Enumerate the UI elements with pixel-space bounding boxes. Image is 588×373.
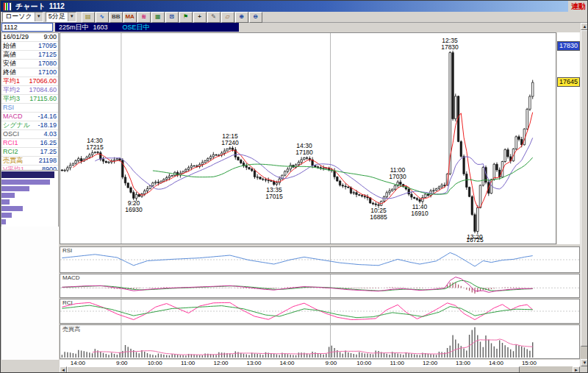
rci-panel[interactable]: RCI — [60, 299, 580, 324]
scroll-right-icon[interactable]: ► — [573, 366, 580, 373]
quote-label: RCI1 — [3, 139, 18, 147]
quote-label: MACD — [3, 113, 23, 121]
chart-type-select[interactable]: ローソク ▼ — [2, 12, 43, 22]
quote-label: シグナル — [3, 121, 30, 129]
quote-value: 17100 — [38, 68, 57, 77]
quote-value: 9:00 — [43, 33, 57, 41]
quote-label: 平均3 — [3, 95, 20, 103]
time-tick-label: 10:00 — [148, 360, 162, 366]
moving-average-icon[interactable]: MA — [123, 12, 137, 23]
bollinger-bands-icon[interactable]: BB — [110, 12, 123, 23]
volume-panel-label: 売買高 — [62, 325, 80, 333]
interval-label: 5分足 — [46, 13, 68, 21]
svg-text:16885: 16885 — [370, 213, 387, 221]
time-tick-label: 13:00 — [456, 360, 470, 366]
quote-label: 始値 — [3, 42, 16, 50]
quote-label: 16/01/29 — [3, 33, 29, 41]
indicator-lines-icon[interactable]: ≋ — [137, 12, 151, 23]
quote-row: 平均117066.00 — [1, 77, 58, 86]
quote-value: 16.25 — [40, 139, 57, 147]
time-axis: 14:009:0010:0011:0012:0013:0014:009:0010… — [60, 360, 580, 366]
high-price-badge: 17830 — [557, 41, 580, 51]
time-tick-label: 15:00 — [522, 360, 537, 366]
select-area-icon[interactable]: ⊡ — [165, 12, 179, 23]
interval-select[interactable]: 5分足 ▼ — [46, 12, 76, 22]
main-chart[interactable]: 14:30172159:201693012:151724013:35170151… — [60, 32, 556, 244]
contract-month: 1603 — [93, 23, 108, 32]
quote-value: 17095 — [38, 42, 57, 50]
rsi-svg — [60, 247, 579, 272]
time-tick-label: 13:00 — [246, 360, 261, 366]
time-tick-label: 14:00 — [71, 360, 85, 366]
quote-row: 売買高21198 — [1, 157, 58, 166]
volume-profile-bar — [1, 180, 50, 185]
quote-row: MACD-14.16 — [1, 113, 58, 121]
quote-label: 終値 — [3, 68, 16, 77]
volume-panel[interactable]: 売買高 — [60, 324, 580, 359]
horizontal-scrollbar[interactable]: ◄ ► — [60, 366, 580, 373]
quote-label: 平均2 — [3, 86, 20, 94]
rsi-panel[interactable]: RSI — [60, 246, 580, 273]
macd-panel[interactable]: MACD — [60, 274, 580, 298]
quote-row: V平均18900 — [1, 166, 58, 171]
svg-text:17030: 17030 — [389, 173, 406, 180]
svg-text:16930: 16930 — [125, 206, 143, 213]
quote-row: 終値17100 — [1, 68, 58, 77]
quote-row: シグナル-18.19 — [1, 121, 58, 130]
instrument-info-bar: 225m日中 1603 OSE日中 — [55, 23, 239, 32]
rsi-panel-label: RSI — [62, 247, 72, 254]
quote-value: -18.19 — [37, 121, 57, 129]
vertical-scrollbar[interactable]: ▲ ▼ — [581, 23, 588, 366]
grid-icon[interactable]: ▦ — [151, 12, 165, 23]
quote-value: 8900 — [42, 166, 57, 171]
svg-text:17240: 17240 — [221, 139, 239, 146]
svg-text:17180: 17180 — [295, 149, 313, 156]
zoom-out-icon[interactable]: ⊖ — [249, 12, 262, 23]
code-input[interactable] — [1, 23, 53, 32]
window-number: 1112 — [49, 2, 65, 10]
toolbar: ローソク ▼ 5分足 ▼ ▤∿BBMA≋▦⊡⚑+✎▱⊕⊖ — [1, 12, 588, 23]
crosshair-icon[interactable]: + — [193, 12, 207, 23]
quote-label: 安値 — [3, 60, 16, 68]
flag-icon[interactable]: ⚑ — [179, 12, 193, 23]
volume-profile-bar — [1, 219, 6, 224]
volume-profile-bar — [1, 193, 15, 198]
chart-type-label: ローソク — [3, 13, 35, 21]
time-tick-label: 11:00 — [181, 360, 195, 366]
vscroll-thumb[interactable] — [581, 30, 588, 347]
svg-text:17830: 17830 — [441, 43, 459, 51]
link-indicator[interactable]: 連動 — [568, 1, 588, 12]
zoom-in-icon[interactable]: ⊕ — [235, 12, 248, 23]
chart-grid-icon[interactable]: ▤ — [82, 12, 95, 23]
chart-window: チャート 1112 連動 ローソク ▼ 5分足 ▼ ▤∿BBMA≋▦⊡⚑+✎▱⊕… — [0, 0, 588, 373]
scrollbar-corner — [581, 366, 588, 373]
scroll-down-icon[interactable]: ▼ — [581, 359, 588, 366]
quote-label: RSI — [3, 104, 14, 112]
chevron-down-icon[interactable]: ▼ — [68, 13, 76, 21]
svg-text:17015: 17015 — [265, 193, 283, 200]
scroll-up-icon[interactable]: ▲ — [581, 23, 588, 30]
chevron-down-icon[interactable]: ▼ — [35, 13, 43, 21]
quote-value: 17.25 — [40, 148, 57, 156]
volume-profile-bar — [1, 206, 23, 211]
macd-svg — [60, 274, 579, 297]
quote-row: 平均317115.60 — [1, 95, 58, 104]
instrument-name: 225m日中 — [59, 23, 89, 32]
pencil-icon[interactable]: ✎ — [207, 12, 220, 23]
scroll-left-icon[interactable]: ◄ — [60, 366, 67, 373]
titlebar[interactable]: チャート 1112 連動 — [1, 1, 588, 12]
quote-value: 17080 — [38, 60, 57, 68]
app-icon — [3, 2, 12, 11]
macd-panel-label: MACD — [62, 274, 80, 281]
quote-panel: 16/01/299:00始値17095高値17125安値17080終値17100… — [1, 32, 59, 171]
candlestick-svg: 14:30172159:201693012:151724013:35170151… — [60, 33, 556, 244]
quote-row: OSCI4.03 — [1, 130, 58, 139]
quote-label: V平均1 — [3, 166, 24, 171]
volume-profile-bar — [1, 213, 12, 218]
quote-label: 平均1 — [3, 77, 20, 85]
hscroll-thumb[interactable] — [67, 366, 520, 373]
volume-profile-bar — [1, 171, 54, 178]
line-chart-icon[interactable]: ∿ — [96, 12, 109, 23]
eraser-icon[interactable]: ▱ — [221, 12, 234, 23]
hscroll-track[interactable] — [520, 366, 573, 373]
